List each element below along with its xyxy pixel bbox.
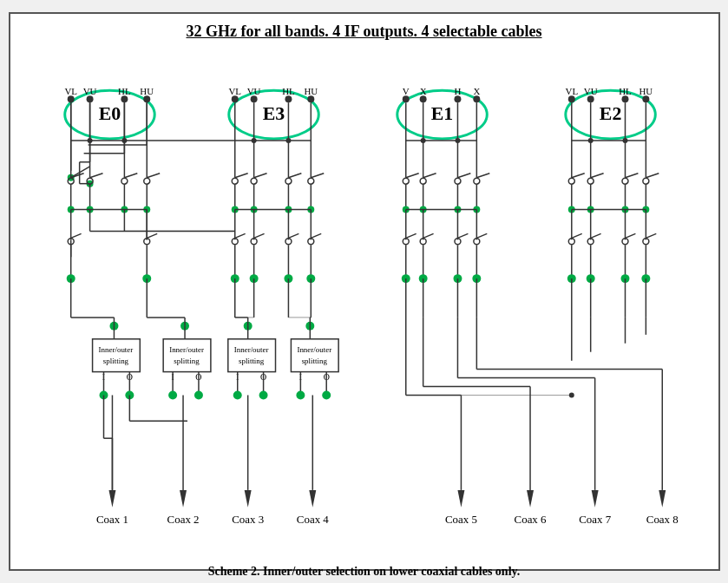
svg-line-129 — [646, 174, 659, 178]
svg-line-107 — [457, 174, 470, 178]
svg-line-174 — [234, 233, 245, 238]
svg-point-108 — [473, 178, 479, 184]
svg-line-103 — [405, 174, 418, 178]
svg-line-178 — [288, 233, 298, 238]
title: 32 GHz for all bands. 4 IF outputs. 4 se… — [19, 23, 710, 41]
svg-text:E2: E2 — [599, 102, 621, 124]
svg-marker-281 — [108, 490, 115, 508]
svg-line-109 — [476, 174, 489, 178]
svg-text:Inner/outer: Inner/outer — [98, 345, 133, 354]
svg-point-124 — [587, 178, 594, 184]
svg-point-16 — [231, 95, 238, 102]
svg-text:E1: E1 — [430, 102, 453, 124]
svg-line-184 — [423, 233, 433, 238]
svg-line-190 — [571, 233, 581, 238]
svg-marker-303 — [527, 490, 534, 508]
svg-point-270 — [193, 390, 202, 399]
svg-text:Coax 5: Coax 5 — [444, 513, 476, 526]
svg-point-37 — [587, 95, 594, 102]
svg-text:HL: HL — [118, 86, 131, 96]
svg-text:HU: HU — [639, 86, 653, 96]
svg-text:HL: HL — [619, 86, 632, 96]
svg-text:splitting: splitting — [102, 357, 128, 365]
svg-text:V: V — [402, 86, 409, 96]
svg-line-89 — [311, 174, 324, 178]
svg-text:X: X — [473, 86, 480, 96]
svg-line-192 — [590, 233, 600, 238]
svg-line-63 — [147, 174, 160, 178]
svg-text:Coax 6: Coax 6 — [514, 513, 547, 526]
svg-text:E0: E0 — [98, 102, 121, 124]
svg-text:Inner/outer: Inner/outer — [169, 345, 204, 354]
svg-point-140 — [87, 138, 92, 143]
svg-text:splitting: splitting — [238, 357, 264, 365]
svg-point-149 — [587, 138, 593, 143]
svg-line-59 — [89, 174, 102, 178]
svg-text:Coax 7: Coax 7 — [579, 513, 612, 526]
svg-text:VL: VL — [228, 86, 241, 96]
svg-point-8 — [121, 95, 128, 102]
svg-marker-283 — [180, 490, 187, 508]
svg-point-60 — [121, 178, 127, 184]
svg-point-150 — [622, 138, 627, 143]
svg-point-269 — [168, 390, 177, 399]
svg-line-188 — [476, 233, 487, 238]
svg-line-194 — [625, 233, 635, 238]
svg-point-122 — [568, 178, 574, 184]
caption: Scheme 2. Inner/outer selection on lower… — [19, 565, 710, 579]
svg-point-18 — [285, 95, 292, 102]
svg-text:Inner/outer: Inner/outer — [233, 345, 268, 354]
svg-text:HU: HU — [140, 86, 154, 96]
svg-text:X: X — [419, 86, 426, 96]
svg-point-274 — [322, 390, 331, 399]
svg-point-273 — [296, 390, 305, 399]
svg-point-317 — [568, 392, 574, 397]
diagram-area: 32 GHz for all bands. 4 IF outputs. 4 se… — [19, 23, 710, 560]
svg-point-27 — [419, 95, 426, 102]
svg-line-172 — [147, 233, 157, 238]
svg-point-128 — [642, 178, 648, 184]
svg-point-29 — [473, 95, 480, 102]
svg-line-182 — [405, 233, 416, 238]
svg-text:Coax 8: Coax 8 — [646, 513, 678, 526]
svg-point-86 — [285, 178, 291, 184]
svg-line-87 — [288, 174, 301, 178]
svg-point-28 — [454, 95, 461, 102]
svg-text:E3: E3 — [262, 102, 285, 124]
svg-line-61 — [124, 174, 137, 178]
svg-text:Inner/outer: Inner/outer — [297, 345, 331, 354]
svg-point-146 — [420, 138, 425, 143]
svg-point-26 — [402, 95, 409, 102]
svg-text:Coax 2: Coax 2 — [167, 513, 199, 526]
svg-text:VU: VU — [246, 86, 260, 96]
svg-marker-299 — [457, 490, 464, 508]
svg-line-127 — [625, 174, 638, 178]
svg-line-170 — [70, 233, 81, 238]
svg-point-102 — [403, 178, 409, 184]
svg-line-125 — [590, 174, 603, 178]
svg-point-104 — [420, 178, 426, 184]
main-container: 32 GHz for all bands. 4 IF outputs. 4 se… — [9, 12, 720, 571]
svg-point-271 — [233, 390, 241, 399]
svg-point-144 — [285, 138, 291, 143]
svg-point-126 — [622, 178, 628, 184]
svg-point-62 — [143, 178, 149, 184]
svg-text:Coax 1: Coax 1 — [95, 513, 128, 526]
svg-point-17 — [250, 95, 257, 102]
svg-line-123 — [571, 174, 584, 178]
svg-point-84 — [251, 178, 257, 184]
svg-point-6 — [67, 95, 74, 102]
svg-marker-311 — [659, 490, 666, 508]
svg-text:H: H — [454, 86, 461, 96]
svg-text:HU: HU — [304, 86, 318, 96]
svg-point-272 — [259, 390, 267, 399]
svg-text:Coax 4: Coax 4 — [296, 513, 329, 526]
svg-point-141 — [121, 138, 127, 143]
svg-marker-287 — [309, 490, 316, 508]
svg-text:splitting: splitting — [174, 357, 200, 365]
svg-point-147 — [455, 138, 460, 143]
svg-line-85 — [253, 174, 266, 178]
svg-line-176 — [253, 233, 264, 238]
svg-text:VU: VU — [82, 86, 96, 96]
svg-text:VU: VU — [583, 86, 597, 96]
